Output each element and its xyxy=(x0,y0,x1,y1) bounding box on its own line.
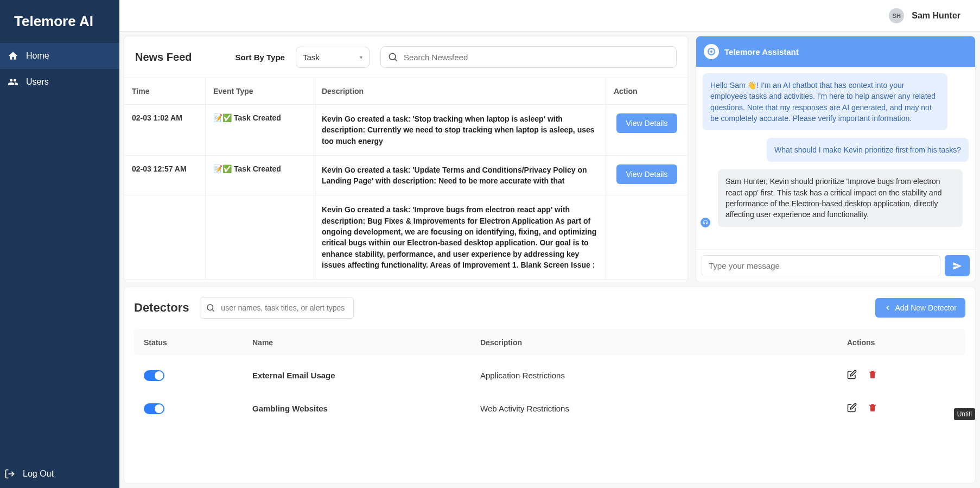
topbar: SH Sam Hunter xyxy=(119,0,980,31)
delete-button[interactable] xyxy=(868,370,877,381)
col-actions: Actions xyxy=(847,338,956,347)
cell-event-type xyxy=(206,195,314,279)
chat-message-user: What should I make Kevin prioritize firs… xyxy=(767,138,969,162)
detector-description: Application Restrictions xyxy=(480,371,847,380)
cell-description: Kevin Go created a task: 'Update Terms a… xyxy=(314,156,606,195)
chat-bot-avatar-float xyxy=(701,218,710,227)
trash-icon xyxy=(868,403,877,413)
username: Sam Hunter xyxy=(912,11,960,21)
chat-message-bot: Sam Hunter, Kevin should prioritize 'Imp… xyxy=(718,169,963,226)
cell-description: Kevin Go created a task: 'Stop tracking … xyxy=(314,105,606,155)
status-toggle[interactable] xyxy=(144,370,164,381)
logout-button[interactable]: Log Out xyxy=(0,460,119,488)
cell-description: Kevin Go created a task: 'Improve bugs f… xyxy=(314,195,606,279)
sidebar-item-label: Users xyxy=(26,77,49,87)
chat-body[interactable]: Hello Sam 👋! I'm an AI chatbot that has … xyxy=(696,67,975,249)
edit-button[interactable] xyxy=(847,403,857,414)
cell-action: View Details xyxy=(606,105,688,155)
col-description: Description xyxy=(314,78,606,104)
users-icon xyxy=(8,77,18,87)
content: News Feed Sort By Type Task Time Event T… xyxy=(119,31,980,488)
detector-row: Gambling Websites Web Activity Restricti… xyxy=(134,392,965,425)
sort-select[interactable]: Task xyxy=(296,47,370,68)
newsfeed-panel: News Feed Sort By Type Task Time Event T… xyxy=(124,36,688,282)
sidebar-item-users[interactable]: Users xyxy=(0,69,119,95)
feed-table-body[interactable]: 02-03 1:02 AM 📝✅ Task Created Kevin Go c… xyxy=(124,105,688,282)
add-detector-label: Add New Detector xyxy=(895,303,957,312)
table-row: Kevin Go created a task: 'Improve bugs f… xyxy=(124,195,688,280)
sidebar-item-label: Home xyxy=(26,51,49,61)
chevron-left-icon xyxy=(884,304,892,312)
detector-row: External Email Usage Application Restric… xyxy=(134,359,965,392)
detectors-search[interactable] xyxy=(200,297,354,319)
feed-table-header: Time Event Type Description Action xyxy=(124,78,688,105)
main-area: SH Sam Hunter News Feed Sort By Type Tas… xyxy=(119,0,980,488)
chat-message-bot: Hello Sam 👋! I'm an AI chatbot that has … xyxy=(703,73,947,130)
detector-name: Gambling Websites xyxy=(252,404,480,413)
newsfeed-search[interactable] xyxy=(380,46,677,68)
table-row: 02-03 1:02 AM 📝✅ Task Created Kevin Go c… xyxy=(124,105,688,156)
chat-input-row xyxy=(696,249,975,282)
detectors-title: Detectors xyxy=(134,301,189,315)
status-toggle[interactable] xyxy=(144,403,164,414)
cell-event-type: 📝✅ Task Created xyxy=(206,156,314,195)
logout-label: Log Out xyxy=(23,469,54,479)
newsfeed-header: News Feed Sort By Type Task xyxy=(124,36,688,78)
col-time: Time xyxy=(124,78,206,104)
search-icon xyxy=(206,302,215,313)
cell-time: 02-03 12:57 AM xyxy=(124,156,206,195)
tooltip: Untitl xyxy=(954,408,975,420)
cell-action: View Details xyxy=(606,156,688,195)
col-event-type: Event Type xyxy=(206,78,314,104)
sort-label: Sort By Type xyxy=(235,53,284,62)
col-status: Status xyxy=(144,338,252,347)
send-icon xyxy=(952,261,962,271)
newsfeed-search-input[interactable] xyxy=(404,53,670,62)
sort-value: Task xyxy=(303,53,320,62)
detector-description: Web Activity Restrictions xyxy=(480,404,847,413)
headset-icon xyxy=(703,220,708,225)
logout-icon xyxy=(4,468,15,479)
delete-button[interactable] xyxy=(868,403,877,414)
cell-event-type: 📝✅ Task Created xyxy=(206,105,314,155)
search-icon xyxy=(387,52,398,62)
home-icon xyxy=(8,50,18,61)
avatar[interactable]: SH xyxy=(889,8,904,23)
chat-title: Telemore Assistant xyxy=(724,47,799,56)
view-details-button[interactable]: View Details xyxy=(616,164,678,184)
detectors-header: Detectors Add New Detector xyxy=(134,297,965,319)
detector-actions xyxy=(847,403,956,414)
detectors-table-header: Status Name Description Actions xyxy=(134,329,965,356)
col-description: Description xyxy=(480,338,847,347)
detectors-panel: Detectors Add New Detector Status Name D… xyxy=(124,287,976,484)
edit-icon xyxy=(847,370,857,379)
cell-time: 02-03 1:02 AM xyxy=(124,105,206,155)
chat-input[interactable] xyxy=(702,255,940,276)
sidebar-item-home[interactable]: Home xyxy=(0,43,119,69)
view-details-button[interactable]: View Details xyxy=(616,113,678,133)
sidebar: Telemore AI Home Users Log Out xyxy=(0,0,119,488)
edit-icon xyxy=(847,403,857,413)
edit-button[interactable] xyxy=(847,370,857,381)
chat-header: Telemore Assistant xyxy=(696,36,975,67)
add-detector-button[interactable]: Add New Detector xyxy=(875,298,965,318)
newsfeed-title: News Feed xyxy=(135,51,192,64)
chat-panel: Telemore Assistant Hello Sam 👋! I'm an A… xyxy=(696,36,976,282)
detector-name: External Email Usage xyxy=(252,371,480,380)
svg-point-0 xyxy=(389,53,396,60)
cell-action xyxy=(606,195,688,279)
trash-icon xyxy=(868,370,877,379)
chat-avatar xyxy=(704,44,719,59)
send-button[interactable] xyxy=(945,255,970,276)
detectors-search-input[interactable] xyxy=(221,303,348,312)
cell-time xyxy=(124,195,206,279)
col-name: Name xyxy=(252,338,480,347)
table-row: 02-03 12:57 AM 📝✅ Task Created Kevin Go … xyxy=(124,156,688,196)
svg-point-1 xyxy=(207,305,213,310)
col-action: Action xyxy=(606,78,688,104)
detector-actions xyxy=(847,370,956,381)
logo: Telemore AI xyxy=(0,0,119,43)
